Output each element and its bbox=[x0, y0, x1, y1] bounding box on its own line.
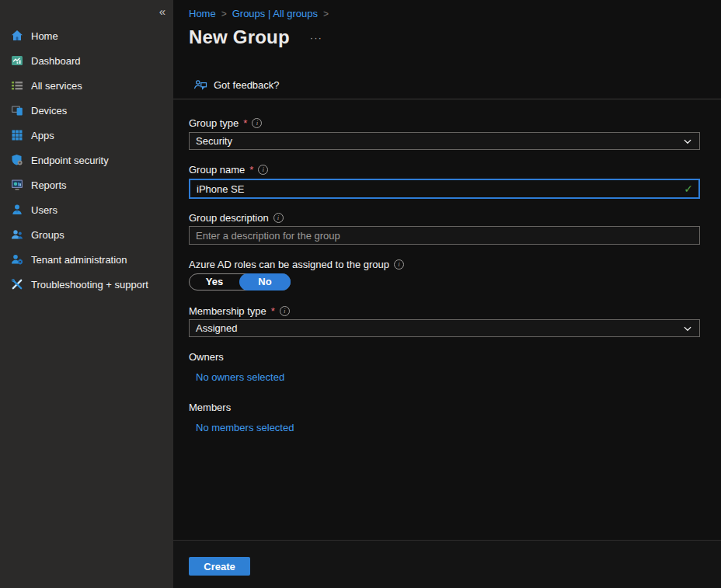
sidebar-item-label: Tenant administration bbox=[31, 254, 127, 266]
sidebar-item-label: Users bbox=[31, 204, 57, 216]
required-asterisk: * bbox=[249, 164, 253, 176]
membership-type-select[interactable]: Assigned bbox=[189, 319, 700, 337]
user-icon bbox=[11, 204, 23, 216]
sidebar-item-label: Apps bbox=[31, 130, 54, 141]
apps-icon bbox=[11, 129, 23, 141]
sidebar-item-label: All services bbox=[31, 80, 82, 92]
sidebar-item-groups[interactable]: Groups bbox=[0, 222, 173, 247]
sidebar-item-troubleshooting-support[interactable]: Troubleshooting + support bbox=[0, 272, 173, 297]
group-description-label: Group description i bbox=[189, 211, 284, 224]
sidebar-item-label: Devices bbox=[31, 105, 67, 117]
valid-check-icon: ✓ bbox=[684, 183, 693, 195]
command-bar-divider bbox=[173, 99, 721, 99]
required-asterisk: * bbox=[243, 117, 247, 129]
devices-icon bbox=[11, 104, 23, 117]
group-type-label: Group type * i bbox=[189, 117, 262, 129]
sidebar-item-all-services[interactable]: All services bbox=[0, 73, 173, 98]
home-icon bbox=[11, 30, 23, 42]
dashboard-icon bbox=[11, 54, 23, 67]
sidebar-item-label: Troubleshooting + support bbox=[31, 279, 148, 291]
sidebar-item-apps[interactable]: Apps bbox=[0, 123, 173, 148]
page-title: New Group bbox=[189, 26, 290, 48]
membership-type-value: Assigned bbox=[196, 322, 237, 334]
tenant-administration-icon bbox=[11, 253, 23, 266]
members-label: Members bbox=[189, 402, 231, 413]
chevron-right-icon: > bbox=[323, 9, 329, 19]
breadcrumb-link-home[interactable]: Home bbox=[189, 8, 216, 19]
group-description-input[interactable] bbox=[189, 226, 700, 245]
group-type-info-icon[interactable]: i bbox=[252, 118, 262, 128]
breadcrumb-link-groups-all-groups[interactable]: Groups | All groups bbox=[232, 8, 318, 19]
toggle-option-yes[interactable]: Yes bbox=[190, 274, 239, 290]
group-description-info-icon[interactable]: i bbox=[273, 213, 284, 223]
sidebar-item-tenant-administration[interactable]: Tenant administration bbox=[0, 247, 173, 272]
azure-ad-roles-toggle: Yes No bbox=[189, 273, 291, 291]
sidebar-item-devices[interactable]: Devices bbox=[0, 98, 173, 123]
toggle-option-no[interactable]: No bbox=[239, 273, 291, 291]
endpoint-security-shield-icon bbox=[11, 154, 23, 166]
create-button[interactable]: Create bbox=[189, 557, 250, 576]
sidebar-item-home[interactable]: Home bbox=[0, 23, 173, 48]
more-menu-icon[interactable]: ··· bbox=[310, 32, 322, 43]
owners-link[interactable]: No owners selected bbox=[196, 371, 284, 383]
group-type-value: Security bbox=[196, 135, 232, 147]
footer-bar: Create bbox=[173, 540, 721, 588]
group-name-info-icon[interactable]: i bbox=[258, 165, 268, 175]
sidebar-item-label: Reports bbox=[31, 179, 67, 191]
sidebar-nav: Home Dashboard All services Devices Apps bbox=[0, 23, 173, 297]
sidebar-item-label: Dashboard bbox=[31, 55, 81, 67]
sidebar-item-reports[interactable]: Reports bbox=[0, 172, 173, 197]
sidebar-collapse-icon[interactable]: « bbox=[159, 5, 165, 18]
all-services-icon bbox=[11, 79, 23, 92]
got-feedback-label: Got feedback? bbox=[214, 79, 280, 91]
feedback-icon bbox=[193, 78, 207, 92]
reports-icon bbox=[11, 179, 23, 191]
breadcrumb: Home > Groups | All groups > bbox=[189, 8, 329, 19]
required-asterisk: * bbox=[271, 305, 275, 317]
azure-ad-roles-info-icon[interactable]: i bbox=[394, 259, 404, 270]
groups-icon bbox=[11, 228, 23, 241]
azure-ad-roles-label: Azure AD roles can be assigned to the gr… bbox=[189, 258, 404, 270]
got-feedback-button[interactable]: Got feedback? bbox=[193, 78, 280, 92]
sidebar-item-label: Home bbox=[31, 30, 58, 42]
owners-label: Owners bbox=[189, 351, 224, 363]
chevron-down-icon bbox=[683, 324, 692, 333]
group-type-select[interactable]: Security bbox=[189, 132, 700, 150]
chevron-right-icon: > bbox=[221, 9, 227, 19]
group-name-input[interactable] bbox=[189, 179, 700, 199]
sidebar-item-label: Endpoint security bbox=[31, 155, 109, 166]
main-content: Home > Groups | All groups > New Group ·… bbox=[173, 0, 721, 588]
troubleshooting-tools-icon bbox=[11, 278, 23, 291]
sidebar-item-endpoint-security[interactable]: Endpoint security bbox=[0, 148, 173, 172]
membership-type-label: Membership type * i bbox=[189, 304, 290, 317]
sidebar-item-label: Groups bbox=[31, 229, 64, 241]
sidebar: « Home Dashboard All services Devices bbox=[0, 0, 173, 588]
members-link[interactable]: No members selected bbox=[196, 422, 294, 433]
membership-type-info-icon[interactable]: i bbox=[280, 306, 290, 316]
chevron-down-icon bbox=[683, 137, 692, 146]
group-name-label: Group name * i bbox=[189, 163, 268, 176]
sidebar-item-users[interactable]: Users bbox=[0, 197, 173, 222]
sidebar-item-dashboard[interactable]: Dashboard bbox=[0, 48, 173, 73]
